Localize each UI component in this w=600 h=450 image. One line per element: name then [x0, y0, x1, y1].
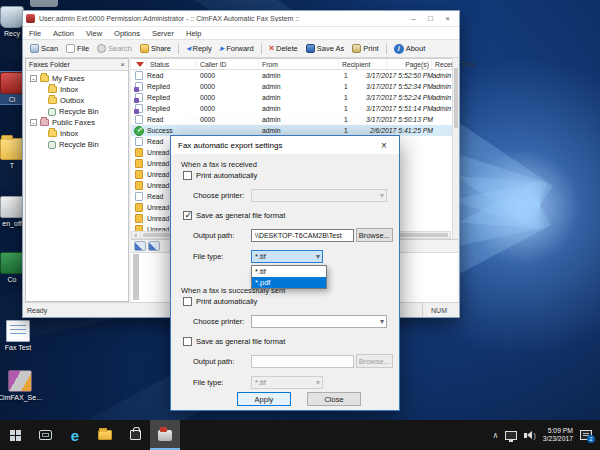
- search-icon: [97, 44, 106, 53]
- action-center-icon[interactable]: 2: [580, 430, 592, 440]
- speaker-icon[interactable]: ): [524, 431, 535, 439]
- read-status-icon: [135, 192, 143, 201]
- forward-button[interactable]: ▸Forward: [216, 43, 258, 54]
- cell-time: 3/17/2017 5:51:14 PM: [366, 105, 433, 112]
- menu-help[interactable]: Help: [180, 29, 207, 38]
- pages-column-header[interactable]: Page(s): [387, 59, 432, 69]
- fax-row[interactable]: Replied0000admin13/17/2017 5:52:24 PMadm…: [131, 92, 452, 103]
- browse-button[interactable]: Browse...: [356, 228, 393, 242]
- task-view-button[interactable]: [30, 420, 60, 450]
- cell-time: 3/17/2017 5:52:50 PM: [366, 72, 433, 79]
- preview-scrollbar[interactable]: [133, 254, 139, 300]
- collapse-icon[interactable]: -: [30, 119, 37, 126]
- folder-icon: [40, 75, 49, 82]
- dialog-titlebar[interactable]: Fax automatic export settings ×: [171, 136, 399, 154]
- minimize-button[interactable]: –: [405, 12, 422, 26]
- choose-printer-label: Choose printer:: [193, 191, 251, 200]
- cimfax-taskbar-button[interactable]: [150, 420, 180, 450]
- menu-options[interactable]: Options: [108, 29, 146, 38]
- scroll-left-arrow-icon[interactable]: ‹: [132, 232, 141, 238]
- edge-button[interactable]: e: [60, 420, 90, 450]
- status-num-lock: NUM: [422, 303, 455, 317]
- save-as-button[interactable]: Save As: [302, 43, 349, 54]
- dialog-close-icon[interactable]: ×: [376, 140, 392, 151]
- reply-button[interactable]: ◂Reply: [182, 43, 216, 54]
- share-button[interactable]: Share: [136, 43, 175, 54]
- cimfax-app-icon: [0, 72, 24, 94]
- taskbar-clock[interactable]: 5:09 PM 3/23/2017: [543, 427, 573, 443]
- delete-button[interactable]: ×Delete: [265, 43, 302, 54]
- checkbox-checked[interactable]: [183, 211, 192, 220]
- unread-status-icon: [135, 159, 143, 168]
- status-column-header[interactable]: Status: [147, 59, 197, 69]
- caller-id-column-header[interactable]: Caller ID: [197, 59, 259, 69]
- rotate-right-icon[interactable]: [148, 241, 160, 251]
- print-label: Print: [363, 44, 378, 53]
- option-tif[interactable]: *.tif: [252, 266, 326, 277]
- collapse-icon[interactable]: -: [30, 75, 37, 82]
- menu-view[interactable]: View: [80, 29, 108, 38]
- file-type-value: *.tif: [255, 378, 266, 387]
- output-path-input[interactable]: [251, 229, 354, 242]
- fax-row[interactable]: Read0000admin13/17/2017 5:52:50 PMadmin: [131, 70, 452, 81]
- close-button[interactable]: ×: [439, 12, 456, 26]
- received-output-row: Output path: Browse...: [193, 228, 393, 242]
- option-pdf-highlighted[interactable]: *.pdf: [252, 277, 326, 288]
- fax-row[interactable]: Replied0000admin13/17/2017 5:52:34 PMadm…: [131, 81, 452, 92]
- tree-item-public-faxes[interactable]: -Public Faxes: [26, 117, 128, 128]
- tree-label: Recycle Bin: [59, 140, 99, 149]
- cell-caller-id: 0000: [197, 114, 259, 125]
- tree-item-outbox[interactable]: Outbox: [26, 95, 128, 106]
- document-icon: [6, 320, 30, 342]
- scrollbar-thumb[interactable]: [454, 68, 458, 128]
- receive-time-column-header[interactable]: Receive Time: [432, 59, 452, 69]
- from-column-header[interactable]: From: [259, 59, 339, 69]
- file-explorer-button[interactable]: [90, 420, 120, 450]
- received-save-checkbox-row[interactable]: Save as general file format: [183, 211, 399, 220]
- tree-label: Inbox: [60, 129, 78, 138]
- tree-label: Recycle Bin: [59, 107, 99, 116]
- menu-file[interactable]: File: [23, 29, 47, 38]
- rotate-left-icon[interactable]: [134, 241, 146, 251]
- folder-icon: [0, 138, 24, 160]
- cimfax-window-icon: [26, 14, 35, 23]
- recipient-column-header[interactable]: Recipient: [339, 59, 387, 69]
- network-icon[interactable]: [505, 431, 517, 440]
- sent-printer-combobox[interactable]: ▾: [251, 315, 387, 328]
- maximize-button[interactable]: □: [422, 12, 439, 26]
- start-button[interactable]: [0, 420, 30, 450]
- notification-badge: 2: [587, 435, 595, 443]
- save-as-label: Save As: [317, 44, 345, 53]
- scan-button[interactable]: Scan: [26, 43, 62, 54]
- file-button[interactable]: File: [62, 43, 93, 54]
- apply-button[interactable]: Apply: [237, 392, 291, 406]
- sent-save-checkbox-row[interactable]: Save as general file format: [183, 337, 399, 346]
- tree-item-public-recycle-bin[interactable]: Recycle Bin: [26, 139, 128, 150]
- cell-caller-id: 0000: [197, 103, 259, 114]
- menu-server[interactable]: Server: [146, 29, 180, 38]
- print-button[interactable]: Print: [348, 43, 382, 54]
- tree-item-inbox[interactable]: Inbox: [26, 84, 128, 95]
- checkbox-unchecked[interactable]: [183, 297, 192, 306]
- panel-close-icon[interactable]: ×: [120, 60, 125, 70]
- file-type-combobox[interactable]: *.tif▾: [251, 250, 323, 263]
- fax-row[interactable]: Replied0000admin13/17/2017 5:51:14 PMadm…: [131, 103, 452, 114]
- menu-action[interactable]: Action: [47, 29, 80, 38]
- dialog-close-button[interactable]: Close: [307, 392, 361, 406]
- filter-column-header[interactable]: [131, 59, 147, 69]
- about-button[interactable]: iAbout: [390, 43, 430, 55]
- desktop-icon-fax-test[interactable]: Fax Test: [0, 320, 41, 352]
- checkbox-unchecked[interactable]: [183, 337, 192, 346]
- received-printer-row: Choose printer: ▾: [193, 189, 387, 202]
- desktop-icon-cimfax-setup[interactable]: CimFAX_Se...: [0, 370, 43, 402]
- tree-item-recycle-bin[interactable]: Recycle Bin: [26, 106, 128, 117]
- fax-row[interactable]: Read0000admin13/17/2017 5:50:13 PM: [131, 114, 452, 125]
- hidden-icons-chevron[interactable]: ∧: [493, 431, 499, 440]
- tree-item-public-inbox[interactable]: Inbox: [26, 128, 128, 139]
- window-titlebar[interactable]: User:admin Ext:0000 Permission:Administr…: [23, 11, 459, 27]
- checkbox-unchecked[interactable]: [183, 171, 192, 180]
- store-button[interactable]: [120, 420, 150, 450]
- tree-item-my-faxes[interactable]: -My Faxes: [26, 73, 128, 84]
- sent-print-checkbox-row[interactable]: Print automatically: [183, 297, 399, 306]
- received-print-checkbox-row[interactable]: Print automatically: [183, 171, 399, 180]
